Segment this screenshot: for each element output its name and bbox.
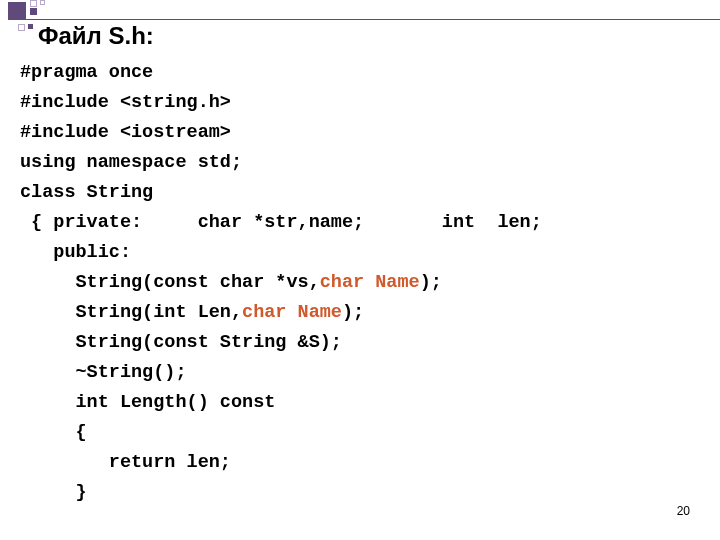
code-highlight: char Name bbox=[320, 272, 420, 293]
code-line: { bbox=[20, 422, 87, 443]
code-line: { private: char *str,name; int len; bbox=[20, 212, 542, 233]
code-line: #pragma once bbox=[20, 62, 153, 83]
code-line: class String bbox=[20, 182, 153, 203]
code-line: #include <iostream> bbox=[20, 122, 231, 143]
code-line: String(const char *vs, bbox=[20, 272, 320, 293]
code-line: using namespace std; bbox=[20, 152, 242, 173]
code-block: #pragma once #include <string.h> #includ… bbox=[20, 58, 542, 508]
page-title: Файл S.h: bbox=[38, 22, 154, 50]
code-line: ); bbox=[342, 302, 364, 323]
code-line: int Length() const bbox=[20, 392, 275, 413]
code-highlight: char Name bbox=[242, 302, 342, 323]
page-number: 20 bbox=[677, 504, 690, 518]
code-line: ~String(); bbox=[20, 362, 187, 383]
code-line: return len; bbox=[20, 452, 231, 473]
code-line: String(const String &S); bbox=[20, 332, 342, 353]
code-line: public: bbox=[20, 242, 131, 263]
code-line: #include <string.h> bbox=[20, 92, 231, 113]
code-line: } bbox=[20, 482, 87, 503]
code-line: String(int Len, bbox=[20, 302, 242, 323]
code-line: ); bbox=[420, 272, 442, 293]
